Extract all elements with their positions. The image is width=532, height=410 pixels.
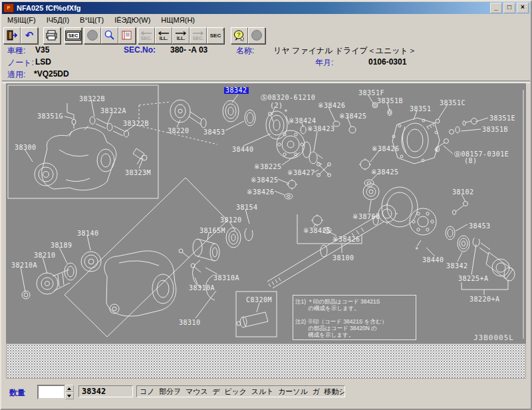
nav-label: ILL. <box>160 36 168 41</box>
part-label[interactable]: 38140 <box>77 230 99 237</box>
left-arrow-icon <box>157 31 170 36</box>
index-book-button[interactable] <box>118 27 136 44</box>
section-search-button[interactable]: SEC? <box>207 27 224 44</box>
apply-value: *VQ25DD <box>34 69 69 79</box>
stepper-down-button[interactable] <box>65 392 74 399</box>
menu-item-4[interactable]: НЩМЯ(H) <box>156 15 200 25</box>
menu-item-2[interactable]: B°Щ(T) <box>74 15 109 25</box>
part-label[interactable]: 38453 <box>203 129 225 136</box>
part-label[interactable]: 38322B <box>79 96 105 102</box>
part-label[interactable]: 38351 <box>410 106 432 112</box>
right-arrow-icon <box>174 31 188 36</box>
drawing-code: J3B0005L <box>473 333 514 342</box>
bottom-bar: 数量 38342 コノ 部分ヲ マウス デ ピック スルト カーソル ガ 移動シ… <box>2 383 530 402</box>
part-label[interactable]: 38351C <box>440 100 466 106</box>
part-label[interactable]: ※38425 <box>251 177 278 184</box>
svg-text:?: ? <box>237 31 241 38</box>
part-label[interactable]: 38323M <box>125 170 151 176</box>
undo-button[interactable]: ↶ <box>21 27 38 44</box>
help-button[interactable]: ? <box>231 27 248 44</box>
secno-label: SEC.No: <box>124 45 156 55</box>
part-label[interactable]: Ⓢ08320-61210 <box>261 95 315 101</box>
part-label[interactable]: 38120 <box>220 217 242 224</box>
part-label[interactable]: 38351G <box>37 113 63 120</box>
part-label[interactable]: 38310 <box>179 319 201 326</box>
part-label[interactable]: 38100 <box>332 255 354 262</box>
part-label[interactable]: 38102 <box>452 189 474 196</box>
part-label[interactable]: ※38426 <box>332 236 360 243</box>
part-label[interactable]: 38440 <box>232 146 254 153</box>
part-label[interactable]: 38351B <box>482 126 508 133</box>
toolbar: ↶SECSEC.ILL.ILL.SEC.SEC?? <box>2 26 530 45</box>
part-label[interactable]: ※38425 <box>339 113 366 120</box>
part-label[interactable]: 38220+A <box>469 296 500 303</box>
part-number-field[interactable]: 38342 <box>78 385 133 397</box>
part-label[interactable]: 38210 <box>34 252 56 259</box>
part-label[interactable]: (8) <box>464 158 477 164</box>
title-bar: F NFA025 fCf%ofXfg _□× <box>2 2 530 14</box>
prev-illustration-button[interactable]: ILL. <box>155 27 172 44</box>
name-value: リヤ ファイナル ドライブ＜ユニット＞ <box>273 45 416 57</box>
part-label[interactable]: ※38425 <box>303 228 331 234</box>
part-label[interactable]: 38351F <box>358 90 384 97</box>
part-label[interactable]: ※38426 <box>372 146 399 152</box>
asterisk-marker[interactable]: ＊ <box>283 108 290 115</box>
apply-label: 適用: <box>7 69 25 81</box>
menu-item-3[interactable]: IЁЭДЮ(W) <box>109 15 156 25</box>
vehicle-label: 車種: <box>7 45 25 57</box>
note-line: 構成を示します。 <box>295 331 414 338</box>
part-label-selected[interactable]: 38342 <box>224 87 249 94</box>
quantity-input[interactable] <box>37 385 65 399</box>
part-label[interactable]: ※38424 <box>289 118 316 124</box>
part-label[interactable]: 38440 <box>422 257 444 264</box>
part-label[interactable]: 38220 <box>168 128 190 134</box>
part-label[interactable]: ※38427 <box>287 170 315 176</box>
zoom-button[interactable] <box>101 27 118 44</box>
app-icon: F <box>3 3 14 13</box>
part-label[interactable]: ※38426 <box>318 102 345 109</box>
part-label[interactable]: 38189 <box>51 242 72 249</box>
part-label[interactable]: ※38426 <box>247 189 274 196</box>
print-button[interactable] <box>43 27 61 44</box>
part-label[interactable]: 38351B <box>377 98 403 104</box>
note-line: 注2) ※印（コード 38421S を含む） <box>295 318 414 325</box>
window-controls: _□× <box>489 3 529 13</box>
sec-list-button[interactable]: SEC <box>65 27 82 44</box>
part-label[interactable]: 38225+A <box>458 276 489 282</box>
help-icon: ? <box>233 29 246 41</box>
stepper-up-button[interactable] <box>65 385 74 392</box>
nav-label: SEC. <box>141 36 152 41</box>
part-label[interactable]: ※38760 <box>352 214 380 220</box>
minimize-button[interactable]: _ <box>490 3 502 13</box>
printer-icon <box>45 29 59 41</box>
menu-item-0[interactable]: M§IЩ(F) <box>2 15 41 25</box>
part-label[interactable]: 38322A <box>100 108 126 114</box>
part-label[interactable]: 38310A <box>213 275 239 282</box>
part-label[interactable]: 38165M <box>200 228 225 234</box>
sec-question-icon: SEC? <box>210 33 221 39</box>
part-label[interactable]: Ⓑ08157-0301E <box>454 151 509 158</box>
menu-bar: M§IЩ(F)IЧ5Д(I)B°Щ(T)IЁЭДЮ(W)НЩМЯ(H) <box>2 15 530 25</box>
part-label[interactable]: 38310A <box>189 285 215 292</box>
part-label[interactable]: 38322B <box>123 120 149 127</box>
maximize-button[interactable]: □ <box>503 3 515 13</box>
part-label[interactable]: ※38225 <box>254 164 281 170</box>
part-label[interactable]: 38453 <box>469 223 491 230</box>
part-label[interactable]: 38300 <box>15 144 37 151</box>
blank-circle-icon <box>251 30 262 41</box>
diagram-line-art <box>6 83 526 343</box>
next-illustration-button[interactable]: ILL. <box>172 27 190 44</box>
part-label[interactable]: 38210A <box>11 262 37 269</box>
part-label[interactable]: C8320M <box>246 297 272 304</box>
exit-button[interactable] <box>3 27 21 44</box>
part-label[interactable]: 38351E <box>489 115 515 122</box>
window-title: NFA025 fCf%ofXfg <box>17 4 489 12</box>
close-button[interactable]: × <box>517 3 529 13</box>
part-label[interactable]: (2) <box>270 102 283 109</box>
asterisk-marker[interactable]: ＊ <box>414 246 421 253</box>
part-label[interactable]: ※38425 <box>371 169 398 176</box>
part-label[interactable]: 38154 <box>236 204 258 211</box>
part-label[interactable]: 38342 <box>446 263 468 270</box>
menu-item-1[interactable]: IЧ5Д(I) <box>41 15 74 25</box>
part-label[interactable]: ※38423 <box>307 126 334 132</box>
